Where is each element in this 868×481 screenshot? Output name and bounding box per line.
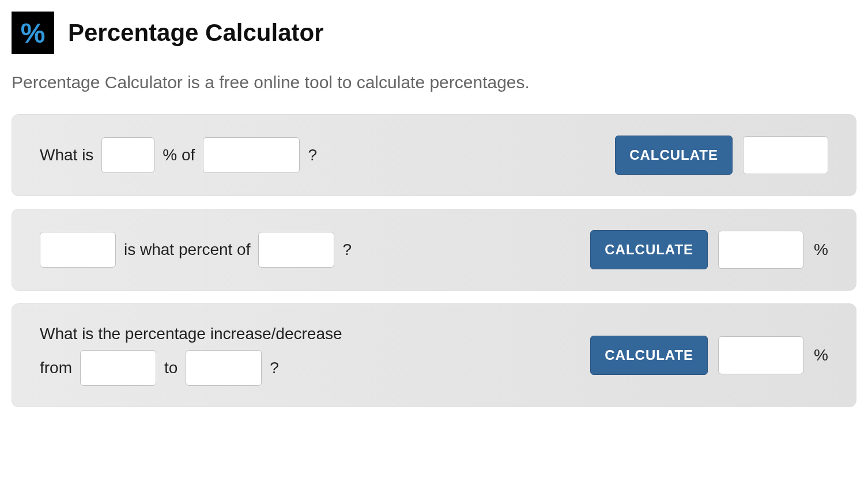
calc-increase-decrease-actions: CALCULATE %: [590, 336, 828, 375]
calc-percent-of: What is % of ? CALCULATE: [12, 114, 856, 196]
increase-decrease-result[interactable]: [718, 336, 803, 374]
calc-increase-decrease: What is the percentage increase/decrease…: [12, 303, 856, 407]
calc-is-what-percent-actions: CALCULATE %: [590, 230, 828, 269]
page-description: Percentage Calculator is a free online t…: [12, 73, 856, 92]
is-what-percent-input-b[interactable]: [258, 232, 334, 268]
calc-increase-decrease-line: from to ?: [40, 350, 279, 386]
calc-increase-decrease-inputs: What is the percentage increase/decrease…: [40, 325, 567, 386]
label-question-mark: ?: [342, 240, 352, 259]
increase-decrease-input-to[interactable]: [186, 350, 262, 386]
calc-is-what-percent: is what percent of ? CALCULATE %: [12, 209, 856, 291]
label-increase-decrease-heading: What is the percentage increase/decrease: [40, 325, 342, 343]
percent-logo-icon: %: [12, 12, 54, 54]
calc-is-what-percent-inputs: is what percent of ?: [40, 232, 567, 268]
label-is-what-percent-of: is what percent of: [124, 240, 250, 259]
label-percent-of: % of: [163, 146, 195, 164]
label-from: from: [40, 359, 72, 377]
is-what-percent-input-a[interactable]: [40, 232, 116, 268]
page-title: Percentage Calculator: [68, 19, 324, 47]
percent-of-result[interactable]: [743, 136, 828, 174]
calc-percent-of-actions: CALCULATE: [615, 136, 828, 175]
is-what-percent-result[interactable]: [718, 231, 803, 269]
page-header: % Percentage Calculator: [12, 12, 856, 54]
calc-percent-of-inputs: What is % of ?: [40, 137, 592, 173]
increase-decrease-input-from[interactable]: [80, 350, 156, 386]
label-question-mark: ?: [270, 359, 279, 377]
label-percent-suffix: %: [814, 346, 828, 364]
calculate-button[interactable]: CALCULATE: [615, 136, 733, 175]
label-what-is: What is: [40, 146, 93, 164]
label-percent-suffix: %: [814, 240, 828, 259]
calculate-button[interactable]: CALCULATE: [590, 230, 708, 269]
label-to: to: [164, 359, 178, 377]
calculate-button[interactable]: CALCULATE: [590, 336, 708, 375]
logo-symbol: %: [21, 17, 46, 49]
label-question-mark: ?: [308, 146, 317, 164]
percent-of-input-number[interactable]: [203, 137, 300, 173]
percent-of-input-percent[interactable]: [101, 137, 154, 173]
